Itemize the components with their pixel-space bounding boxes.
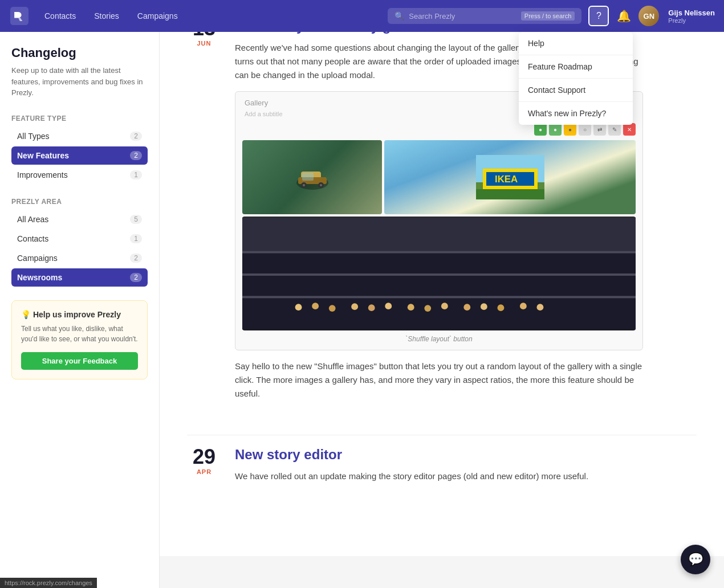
avatar[interactable]: GN [638,6,659,26]
nav-campaigns[interactable]: Campaigns [129,7,186,25]
svg-point-31 [498,304,505,311]
svg-point-28 [441,303,448,309]
filter-campaigns-count: 2 [130,254,142,263]
gallery-image-tuk [242,140,382,214]
gallery-tool-green2[interactable]: ● [549,123,562,136]
svg-rect-17 [242,251,636,254]
header: Contacts Stories Campaigns 🔍 Press / to … [0,0,724,32]
main-content: 13 JUN Shuffle layout in story galleries… [160,0,724,556]
svg-rect-16 [242,217,636,251]
gallery-tool-green1[interactable]: ● [534,123,547,136]
bell-icon: 🔔 [617,9,631,23]
area-label: Prezly Area [11,198,148,206]
dropdown-item-support[interactable]: Contact Support [519,79,633,102]
gallery-image-crowd [242,217,636,330]
share-feedback-button[interactable]: Share your Feedback [21,352,138,370]
svg-text:IKEA: IKEA [495,174,518,185]
gallery-tool-circle[interactable]: ○ [579,123,591,136]
filter-all-types[interactable]: All Types 2 [11,127,148,145]
svg-point-25 [385,303,392,309]
nav-stories[interactable]: Stories [86,7,127,25]
svg-rect-19 [242,296,636,298]
gallery-caption: `Shuffle layout` button [242,335,636,343]
gallery-image-bottom [242,217,636,330]
article-date-month: JUN [187,40,221,47]
gallery-tool-shuffle[interactable]: ⇄ [593,123,606,136]
help-icon: ? [596,11,601,21]
article-divider [187,435,697,435]
filter-improvements-label: Improvements [17,170,68,179]
dropdown-item-whats-new[interactable]: What's new in Prezly? [519,102,633,125]
search-kbd-hint: Press / to search [521,11,575,21]
svg-point-27 [424,305,431,312]
help-box: 💡 Help us improve Prezly Tell us what yo… [11,300,148,379]
svg-rect-8 [302,173,314,181]
gallery-top-images: IKEA [242,140,636,214]
svg-point-33 [537,304,544,311]
filter-new-features-label: New Features [17,151,69,160]
user-name: Gijs Nelissen [668,9,715,17]
gallery-preview: Gallery Add a subtitle ● ● ● ○ ⇄ ✎ ✕ [235,91,643,350]
filter-newsrooms-label: Newsrooms [17,273,62,282]
dropdown-item-roadmap[interactable]: Feature Roadmap [519,55,633,79]
svg-point-30 [481,303,487,310]
article2-body: New story editor We have rolled out an u… [235,447,643,483]
svg-point-6 [303,184,305,186]
filter-contacts-count: 1 [130,234,142,243]
search-icon: 🔍 [394,11,404,21]
main-nav: Contacts Stories Campaigns [36,7,186,25]
svg-point-22 [329,305,336,312]
gallery-tool-yellow[interactable]: ● [564,123,576,136]
svg-point-26 [408,304,414,311]
svg-point-24 [368,304,375,311]
article2-date-block: 29 APR [187,447,221,475]
chat-icon: 💬 [688,552,703,556]
svg-point-29 [463,304,470,311]
help-box-description: Tell us what you like, dislike, what you… [21,324,138,344]
filter-campaigns[interactable]: Campaigns 2 [11,249,148,267]
user-info[interactable]: Gijs Nelissen Prezly [668,9,715,24]
svg-point-23 [351,303,358,310]
filter-newsrooms[interactable]: Newsrooms 2 [11,268,148,287]
filter-improvements-count: 1 [130,170,142,179]
gallery-toolbar: ● ● ● ○ ⇄ ✎ ✕ [242,123,636,136]
gallery-tool-close[interactable]: ✕ [623,123,636,136]
article-new-editor: 29 APR New story editor We have rolled o… [187,447,643,483]
filter-campaigns-label: Campaigns [17,254,58,263]
filter-contacts-label: Contacts [17,234,48,243]
search-bar: 🔍 Press / to search [388,8,581,24]
article2-date-month: APR [187,468,221,475]
article2-title: New story editor [235,447,643,463]
feature-type-label: Feature Type [11,115,148,122]
help-dropdown: Help Feature Roadmap Contact Support Wha… [519,32,633,125]
help-box-title: 💡 Help us improve Prezly [21,310,138,319]
nav-contacts[interactable]: Contacts [36,7,84,25]
filter-all-types-label: All Types [17,132,50,141]
help-button[interactable]: ? [588,6,609,26]
filter-all-areas-label: All Areas [17,215,48,224]
search-input[interactable] [409,12,516,21]
svg-point-21 [312,303,319,309]
filter-new-features[interactable]: New Features 2 [11,146,148,165]
logo[interactable] [9,6,30,26]
article2-body-text: We have rolled out an update making the … [235,469,643,483]
header-actions: ? 🔔 GN Gijs Nelissen Prezly [588,6,715,26]
article2-date-day: 29 [187,447,221,467]
svg-rect-14 [476,189,544,199]
gallery-image-ikea-top: IKEA [384,140,636,214]
filter-new-features-count: 2 [130,151,142,160]
user-org: Prezly [668,17,715,24]
sidebar: Changelog Keep up to date with all the l… [0,32,160,556]
filter-contacts[interactable]: Contacts 1 [11,230,148,248]
area-section: Prezly Area All Areas 5 Contacts 1 Campa… [11,198,148,287]
gallery-tool-edit[interactable]: ✎ [608,123,621,136]
lightbulb-icon: 💡 [21,310,31,319]
dropdown-item-help[interactable]: Help [519,32,633,55]
notifications-button[interactable]: 🔔 [613,6,634,26]
article-body-text: Say hello to the new "Shuffle images" bu… [235,360,643,401]
filter-improvements[interactable]: Improvements 1 [11,166,148,184]
filter-all-areas[interactable]: All Areas 5 [11,210,148,228]
filter-newsrooms-count: 2 [130,273,142,282]
svg-point-7 [320,184,322,186]
svg-rect-18 [242,273,636,276]
